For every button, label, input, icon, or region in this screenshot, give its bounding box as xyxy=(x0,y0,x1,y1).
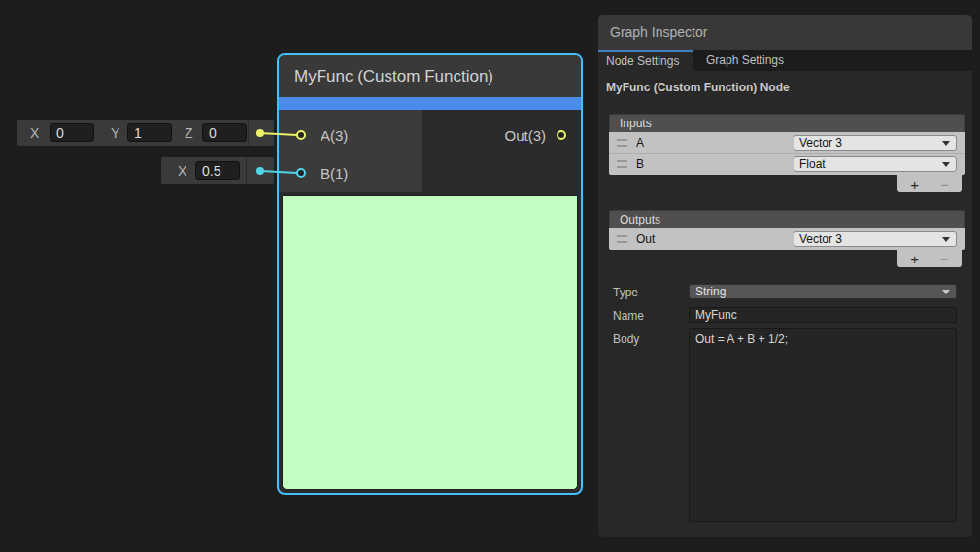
input-a-name: A xyxy=(636,136,644,150)
port-a-label: A(3) xyxy=(321,127,348,144)
vector3-y-field[interactable] xyxy=(127,123,172,142)
inspector-body: MyFunc (Custom Function) Node Inputs A V… xyxy=(598,71,972,537)
vector3-z-label: Z xyxy=(185,125,193,141)
output-out-type-value: Vector 3 xyxy=(799,232,842,246)
widget-divider xyxy=(246,157,247,184)
inspector-title: Graph Inspector xyxy=(598,15,972,50)
vector3-x-label: X xyxy=(30,125,39,141)
output-out-type-dropdown[interactable]: Vector 3 xyxy=(794,231,957,247)
float-x-field[interactable] xyxy=(195,161,240,180)
float-input-widget: X xyxy=(161,157,274,184)
type-label: Type xyxy=(613,286,638,299)
list-item: Out Vector 3 xyxy=(609,228,965,250)
node-accent-bar xyxy=(279,97,581,110)
node-settings-subtitle: MyFunc (Custom Function) Node xyxy=(606,81,790,94)
vector3-input-widget: X Y Z xyxy=(17,120,274,146)
input-a-type-value: Vector 3 xyxy=(799,136,842,150)
add-input-button[interactable]: + xyxy=(910,177,919,191)
inputs-list-footer: + − xyxy=(897,175,962,192)
input-b-name: B xyxy=(636,157,644,171)
myfunc-node[interactable]: MyFunc (Custom Function) A(3) B(1) Out(3… xyxy=(277,53,583,495)
name-label: Name xyxy=(613,309,644,323)
port-out-connector-icon[interactable] xyxy=(557,130,566,140)
inputs-header: Inputs xyxy=(609,114,965,132)
add-output-button[interactable]: + xyxy=(910,252,919,266)
type-dropdown[interactable]: String xyxy=(689,284,957,299)
drag-handle-icon[interactable] xyxy=(617,139,627,146)
port-b-label: B(1) xyxy=(321,165,348,182)
outputs-header: Outputs xyxy=(609,210,965,228)
list-item: B Float xyxy=(609,154,965,175)
float-x-label: X xyxy=(178,163,186,179)
vector3-x-field[interactable] xyxy=(50,123,94,142)
node-inputs-panel xyxy=(279,110,422,192)
body-field[interactable]: Out = A + B + 1/2; xyxy=(689,328,957,522)
tab-graph-settings[interactable]: Graph Settings xyxy=(693,50,797,71)
float-connector-dot-icon[interactable] xyxy=(256,167,264,175)
vector3-z-field[interactable] xyxy=(202,123,247,142)
widget-divider xyxy=(248,120,249,146)
remove-output-button[interactable]: − xyxy=(940,252,949,266)
inputs-list: A Vector 3 B Float xyxy=(609,132,965,175)
chevron-down-icon xyxy=(942,141,950,146)
inspector-tab-bar: Node Settings Graph Settings xyxy=(598,50,972,71)
drag-handle-icon[interactable] xyxy=(617,161,627,168)
input-b-type-dropdown[interactable]: Float xyxy=(794,156,957,172)
body-label: Body xyxy=(613,332,639,346)
node-ports: A(3) B(1) Out(3) xyxy=(279,110,581,192)
node-title: MyFunc (Custom Function) xyxy=(279,55,581,97)
vector3-connector-dot-icon[interactable] xyxy=(256,129,264,137)
outputs-list: Out Vector 3 xyxy=(609,228,965,250)
shader-graph-canvas: X Y Z X MyFunc (Custom Function) A(3) B(… xyxy=(0,0,980,552)
name-field[interactable] xyxy=(689,307,957,323)
port-out-label: Out(3) xyxy=(504,127,546,144)
chevron-down-icon xyxy=(942,237,950,242)
drag-handle-icon[interactable] xyxy=(617,236,627,243)
input-a-type-dropdown[interactable]: Vector 3 xyxy=(794,135,957,151)
input-b-type-value: Float xyxy=(799,157,826,171)
chevron-down-icon xyxy=(942,162,950,167)
outputs-section: Outputs Out Vector 3 + − xyxy=(609,210,965,267)
type-value: String xyxy=(695,285,726,298)
vector3-y-label: Y xyxy=(111,125,119,141)
port-a-connector-icon[interactable] xyxy=(296,130,306,140)
outputs-list-footer: + − xyxy=(897,250,962,267)
graph-inspector-panel: Graph Inspector Node Settings Graph Sett… xyxy=(598,15,972,537)
inputs-section: Inputs A Vector 3 B Float xyxy=(609,114,965,192)
list-item: A Vector 3 xyxy=(609,132,965,154)
chevron-down-icon xyxy=(942,290,950,294)
remove-input-button[interactable]: − xyxy=(940,177,949,191)
port-b-connector-icon[interactable] xyxy=(296,168,306,178)
output-out-name: Out xyxy=(636,232,655,246)
tab-node-settings[interactable]: Node Settings xyxy=(598,50,693,71)
node-preview xyxy=(282,195,578,490)
